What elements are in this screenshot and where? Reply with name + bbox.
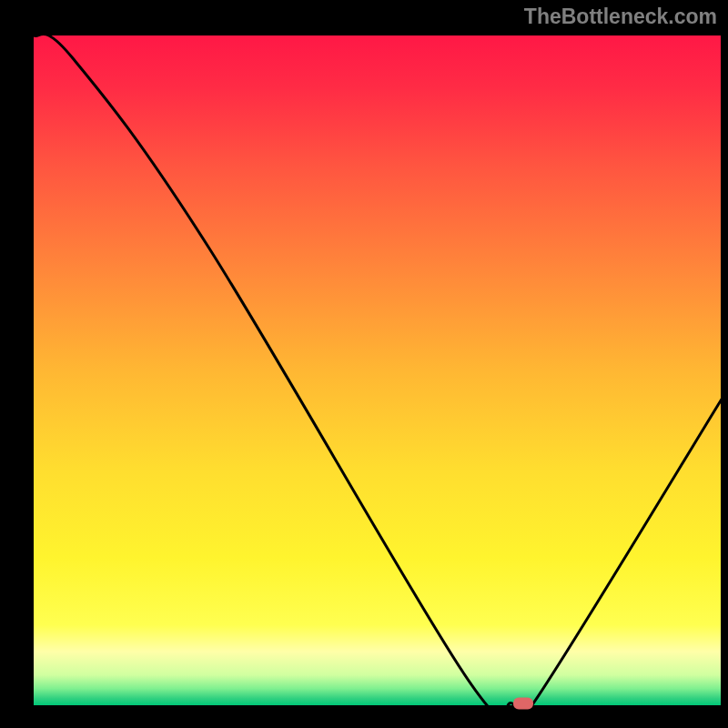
chart-plot-area [34, 35, 721, 705]
bottleneck-chart [0, 0, 728, 728]
optimal-marker [513, 698, 533, 710]
watermark-label: TheBottleneck.com [524, 5, 717, 29]
chart-container: TheBottleneck.com [0, 0, 728, 728]
